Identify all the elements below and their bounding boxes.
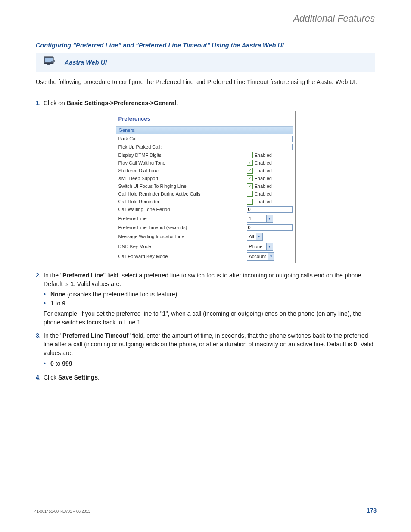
step-1: 1. Click on Basic Settings->Preferences-… — [36, 99, 375, 107]
xml-checkbox[interactable]: ✓ — [247, 175, 253, 181]
s3-b1: Preferred Line Timeout — [62, 332, 128, 339]
chrd-enabled: Enabled — [255, 191, 272, 196]
ring-checkbox[interactable]: ✓ — [247, 183, 253, 189]
s2-t: In the " — [44, 272, 62, 279]
dnd-select[interactable]: Phone▾ — [247, 243, 273, 251]
preferences-panel: Preferences General Park Call: Pick Up P… — [116, 111, 296, 263]
cwt-checkbox[interactable]: ✓ — [247, 160, 253, 166]
section-title: Configuring "Preferred Line" and "Prefer… — [36, 42, 377, 49]
cfkm-value: Account — [247, 254, 268, 259]
preferred-line-select[interactable]: 1▾ — [247, 215, 273, 223]
row-chrd-label: Call Hold Reminder During Active Calls — [116, 190, 244, 198]
intro-text: Use the following procedure to configure… — [36, 78, 375, 87]
page-footer: 41-001451-00 REV01 – 06.2013 178 — [34, 507, 377, 514]
row-plt-label: Preferred line Timeout (seconds) — [116, 224, 244, 232]
mwi-value: All — [247, 234, 256, 239]
sdt-enabled: Enabled — [255, 168, 272, 173]
webui-bar: Aastra Web UI — [36, 53, 375, 72]
monitor-icon — [43, 56, 56, 69]
pl-value: 1 — [247, 216, 266, 221]
s2-b2: 1 — [70, 280, 74, 287]
chevron-down-icon: ▾ — [266, 243, 273, 250]
s2-bl2b: to — [54, 300, 62, 307]
row-park-label: Park Call: — [116, 135, 244, 143]
row-xml-label: XML Beep Support — [116, 174, 244, 182]
row-cfkm-label: Call Forward Key Mode — [116, 252, 244, 261]
s2-b1: Preferred Line — [62, 272, 103, 279]
step-number: 1. — [36, 99, 44, 107]
preferences-title: Preferences — [116, 111, 295, 126]
header-rule — [34, 27, 377, 27]
general-header: General — [116, 126, 293, 134]
mwi-select[interactable]: All▾ — [247, 233, 263, 241]
row-cwt-label: Play Call Waiting Tone — [116, 159, 244, 167]
row-pickup-label: Pick Up Parked Call: — [116, 143, 244, 151]
step-number: 2. — [36, 271, 44, 327]
step-3: 3. In the "Preferred Line Timeout" field… — [36, 331, 375, 370]
svg-rect-2 — [47, 64, 50, 65]
row-chr-label: Call Hold Reminder — [116, 198, 244, 205]
pickup-call-input[interactable] — [247, 144, 293, 150]
row-sdt-label: Stuttered Dial Tone — [116, 167, 244, 174]
s2-bl1a: None — [50, 291, 65, 298]
s3-b2: 0 — [354, 341, 357, 348]
s4-pre: Click — [44, 374, 58, 381]
dtmf-enabled: Enabled — [255, 152, 272, 158]
bullet-dot: • — [44, 299, 50, 308]
s2-bl1b: (disables the preferred line focus featu… — [65, 291, 177, 298]
s3-bl1b: to — [54, 360, 62, 367]
step1-pre: Click on — [44, 100, 67, 106]
step-2: 2. In the "Preferred Line" field, select… — [36, 271, 375, 327]
s2-p2a: For example, if you set the preferred li… — [44, 310, 162, 317]
row-cwtp-label: Call Waiting Tone Period — [116, 205, 244, 214]
s2-t3: . Valid values are: — [74, 280, 121, 287]
plt-input[interactable] — [247, 224, 293, 231]
ring-enabled: Enabled — [255, 184, 272, 189]
s2-p2b: 1 — [162, 310, 166, 317]
chevron-down-icon: ▾ — [268, 253, 274, 260]
park-call-input[interactable] — [247, 136, 293, 142]
row-dnd-label: DND Key Mode — [116, 242, 244, 252]
dnd-value: Phone — [247, 244, 266, 249]
chevron-down-icon: ▾ — [266, 215, 273, 222]
xml-enabled: Enabled — [255, 176, 272, 181]
dtmf-checkbox[interactable] — [247, 152, 253, 158]
cwt-enabled: Enabled — [255, 160, 272, 165]
svg-rect-3 — [46, 65, 52, 65]
s2-bl2c: 9 — [62, 300, 65, 307]
row-mwi-label: Message Waiting Indicator Line — [116, 232, 244, 242]
cwtp-input[interactable] — [247, 206, 293, 213]
cfkm-select[interactable]: Account▾ — [247, 252, 275, 261]
webui-label: Aastra Web UI — [65, 59, 107, 66]
s4-bold: Save Settings — [58, 374, 98, 381]
bullet-dot: • — [44, 359, 50, 368]
footer-docid: 41-001451-00 REV01 – 06.2013 — [34, 509, 90, 513]
s4-post: . — [98, 374, 100, 381]
row-ring-label: Switch UI Focus To Ringing Line — [116, 182, 244, 190]
step1-bold: Basic Settings->Preferences->General. — [67, 100, 178, 106]
s3-t: In the " — [44, 332, 62, 339]
sdt-checkbox[interactable]: ✓ — [247, 168, 253, 174]
chr-checkbox[interactable] — [247, 199, 253, 205]
bullet-dot: • — [44, 290, 50, 299]
s2-bl2a: 1 — [50, 300, 54, 307]
footer-page-number: 178 — [367, 507, 377, 514]
chr-enabled: Enabled — [255, 199, 272, 204]
page-header: Additional Features — [34, 13, 377, 24]
s3-bl1a: 0 — [50, 360, 54, 367]
s3-bl1c: 999 — [62, 360, 72, 367]
step-4: 4. Click Save Settings. — [36, 373, 375, 382]
row-pl-label: Preferred line — [116, 214, 244, 224]
chrd-checkbox[interactable] — [247, 191, 253, 197]
step-number: 4. — [36, 373, 44, 382]
step-number: 3. — [36, 331, 44, 370]
row-dtmf-label: Display DTMF Digits — [116, 151, 244, 159]
chevron-down-icon: ▾ — [256, 233, 262, 240]
